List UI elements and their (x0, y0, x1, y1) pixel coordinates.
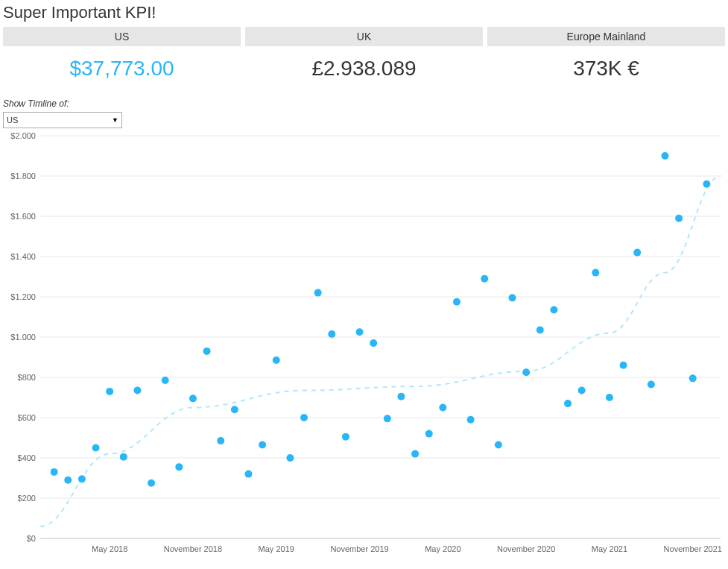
svg-text:$400: $400 (18, 453, 36, 462)
svg-text:$1.200: $1.200 (10, 292, 36, 301)
data-point (51, 468, 58, 476)
data-point (467, 416, 475, 424)
data-point (370, 339, 377, 347)
data-point (439, 404, 446, 412)
data-point (384, 415, 391, 422)
kpi-europe: Europe Mainland 373K € (487, 27, 725, 91)
data-point (217, 437, 224, 444)
svg-text:May 2021: May 2021 (592, 544, 627, 553)
svg-text:November 2018: November 2018 (164, 544, 222, 553)
kpi-value: £2.938.089 (245, 46, 483, 91)
kpi-value: $37,773.00 (3, 46, 241, 91)
y-tick: $1.200 (10, 292, 721, 301)
trend-line (40, 176, 721, 526)
svg-text:November 2020: November 2020 (497, 544, 555, 553)
data-point (522, 368, 530, 376)
data-point (92, 444, 100, 452)
x-tick: May 2020 (425, 544, 460, 553)
data-point (550, 306, 557, 314)
filter-block: Show Timline of: US ▼ (0, 91, 728, 130)
data-point (300, 414, 308, 421)
svg-text:November 2021: November 2021 (664, 544, 722, 553)
svg-text:$2.000: $2.000 (10, 131, 36, 140)
data-point (106, 388, 113, 395)
data-point (120, 453, 127, 461)
data-point (314, 289, 322, 297)
filter-label: Show Timline of: (3, 98, 725, 109)
data-point (633, 249, 641, 257)
x-tick: May 2018 (92, 544, 127, 553)
data-point (189, 394, 197, 402)
x-tick: November 2020 (497, 544, 555, 553)
y-tick: $600 (18, 413, 721, 422)
data-point (244, 471, 252, 478)
data-point (259, 441, 266, 448)
page-title: Super Important KPI! (0, 0, 728, 27)
svg-text:May 2018: May 2018 (92, 544, 127, 553)
timeline-select-value: US (7, 116, 18, 125)
x-tick: May 2021 (592, 544, 627, 553)
data-point (411, 450, 419, 458)
data-point (342, 433, 349, 441)
x-tick: May 2019 (259, 544, 294, 553)
svg-text:$1.000: $1.000 (10, 333, 36, 342)
svg-text:$0: $0 (27, 534, 36, 543)
kpi-header: US (3, 27, 241, 46)
y-tick: $1.000 (10, 333, 721, 342)
svg-text:May 2020: May 2020 (425, 544, 460, 553)
kpi-header: UK (245, 27, 483, 46)
svg-text:November 2019: November 2019 (330, 544, 388, 553)
kpi-uk: UK £2.938.089 (245, 27, 483, 91)
data-point (578, 387, 586, 394)
data-point (231, 406, 238, 413)
x-tick: November 2021 (664, 544, 722, 553)
data-point (148, 480, 155, 487)
data-point (606, 394, 613, 401)
data-point (689, 374, 697, 382)
y-tick: $1.600 (10, 212, 721, 221)
data-point (328, 330, 335, 338)
svg-text:$600: $600 (18, 413, 36, 422)
data-point (495, 441, 502, 448)
timeline-select[interactable]: US ▼ (3, 112, 122, 128)
data-point (397, 393, 405, 400)
x-tick: November 2019 (330, 544, 388, 553)
data-point (564, 400, 572, 407)
svg-text:$1.800: $1.800 (10, 172, 36, 180)
data-point (536, 327, 544, 334)
data-point (425, 430, 433, 438)
svg-text:$1.600: $1.600 (10, 212, 36, 221)
data-point (661, 152, 668, 160)
data-point (592, 269, 599, 277)
kpi-us: US $37,773.00 (3, 27, 241, 91)
kpi-value: 373K € (487, 46, 725, 91)
y-tick: $1.400 (10, 252, 721, 261)
y-tick: $1.800 (10, 172, 721, 180)
data-point (675, 215, 683, 222)
data-point (481, 275, 488, 283)
data-point (509, 294, 516, 301)
svg-text:$1.400: $1.400 (10, 252, 36, 261)
kpi-row: US $37,773.00 UK £2.938.089 Europe Mainl… (0, 27, 728, 91)
data-point (78, 475, 86, 482)
data-point (175, 463, 183, 471)
data-point (133, 387, 141, 394)
y-tick: $800 (18, 373, 721, 382)
data-point (356, 328, 364, 336)
data-point (286, 454, 294, 462)
data-point (162, 377, 169, 384)
svg-text:$800: $800 (18, 373, 36, 382)
y-tick: $2.000 (10, 131, 721, 140)
svg-text:$200: $200 (18, 494, 36, 503)
data-point (620, 362, 627, 369)
y-tick: $200 (18, 494, 721, 503)
x-tick: November 2018 (164, 544, 222, 553)
kpi-header: Europe Mainland (487, 27, 725, 46)
data-point (648, 380, 655, 388)
chevron-down-icon: ▼ (112, 116, 118, 124)
data-point (703, 180, 710, 188)
scatter-chart: $0$200$400$600$800$1.000$1.200$1.400$1.6… (3, 130, 725, 556)
data-point (203, 348, 211, 355)
data-point (273, 356, 280, 364)
data-point (453, 298, 460, 306)
